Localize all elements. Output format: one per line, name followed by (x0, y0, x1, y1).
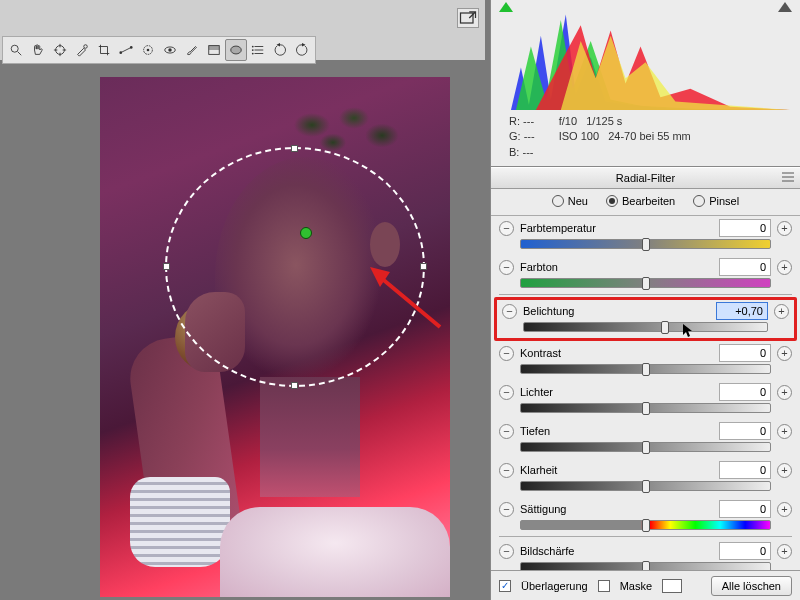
value-exposure[interactable] (716, 302, 768, 320)
svg-point-15 (168, 48, 172, 52)
overlay-checkbox[interactable]: ✓ (499, 580, 511, 592)
track-contrast[interactable] (520, 364, 771, 374)
thumb-highlights[interactable] (642, 402, 650, 415)
rotate-ccw-icon[interactable] (269, 39, 291, 61)
track-exposure[interactable] (523, 322, 768, 332)
mode-new[interactable]: Neu (552, 195, 588, 207)
minus-saturation[interactable]: − (499, 502, 514, 517)
meta-g-label: G: (509, 130, 521, 142)
minus-sharp[interactable]: − (499, 544, 514, 559)
panel-menu-icon[interactable] (782, 172, 794, 184)
thumb-exposure[interactable] (661, 321, 669, 334)
plus-contrast[interactable]: + (777, 346, 792, 361)
track-tint[interactable] (520, 278, 771, 288)
slider-tint: −Farbton+ (491, 255, 800, 288)
value-clarity[interactable] (719, 461, 771, 479)
mask-checkbox[interactable]: ✓ (598, 580, 610, 592)
plus-temp[interactable]: + (777, 221, 792, 236)
crop-tool-icon[interactable] (93, 39, 115, 61)
hand-tool-icon[interactable] (27, 39, 49, 61)
svg-line-2 (18, 52, 22, 56)
slider-exposure: −Belichtung+ (494, 297, 797, 341)
value-shadows[interactable] (719, 422, 771, 440)
zoom-tool-icon[interactable] (5, 39, 27, 61)
plus-highlights[interactable]: + (777, 385, 792, 400)
spot-tool-icon[interactable] (137, 39, 159, 61)
minus-exposure[interactable]: − (502, 304, 517, 319)
popout-button[interactable] (457, 8, 479, 28)
plus-saturation[interactable]: + (777, 502, 792, 517)
graduated-tool-icon[interactable] (203, 39, 225, 61)
value-highlights[interactable] (719, 383, 771, 401)
thumb-saturation[interactable] (642, 519, 650, 532)
slider-saturation: −Sättigung+ (491, 497, 800, 530)
mask-color-swatch[interactable] (662, 579, 682, 593)
slider-clarity: −Klarheit+ (491, 458, 800, 491)
track-highlights[interactable] (520, 403, 771, 413)
mode-row: Neu Bearbeiten Pinsel (491, 189, 800, 216)
radial-tool-icon[interactable] (225, 39, 247, 61)
svg-line-9 (121, 47, 132, 52)
rotate-cw-icon[interactable] (291, 39, 313, 61)
track-temp[interactable] (520, 239, 771, 249)
handle-left[interactable] (163, 263, 170, 270)
minus-contrast[interactable]: − (499, 346, 514, 361)
value-contrast[interactable] (719, 344, 771, 362)
track-saturation[interactable] (520, 520, 771, 530)
plus-sharp[interactable]: + (777, 544, 792, 559)
sampler-tool-icon[interactable] (71, 39, 93, 61)
svg-rect-17 (209, 46, 220, 50)
thumb-tint[interactable] (642, 277, 650, 290)
straighten-tool-icon[interactable] (115, 39, 137, 61)
plus-clarity[interactable]: + (777, 463, 792, 478)
thumb-shadows[interactable] (642, 441, 650, 454)
image-canvas[interactable] (100, 77, 450, 597)
mask-label: Maske (620, 580, 652, 592)
plus-tint[interactable]: + (777, 260, 792, 275)
tool-strip (2, 36, 316, 64)
clip-highlight-icon[interactable] (778, 2, 792, 12)
target-tool-icon[interactable] (49, 39, 71, 61)
histogram[interactable] (491, 0, 800, 110)
label-shadows: Tiefen (520, 425, 713, 437)
handle-bottom[interactable] (291, 382, 298, 389)
radial-pin[interactable] (300, 227, 312, 239)
svg-rect-0 (461, 13, 474, 23)
plus-exposure[interactable]: + (774, 304, 789, 319)
handle-top[interactable] (291, 145, 298, 152)
svg-point-18 (231, 46, 242, 54)
brush-tool-icon[interactable] (181, 39, 203, 61)
panel-footer: ✓ Überlagerung ✓ Maske Alle löschen (491, 570, 800, 600)
overlay-label: Überlagerung (521, 580, 588, 592)
redeye-tool-icon[interactable] (159, 39, 181, 61)
minus-tint[interactable]: − (499, 260, 514, 275)
clip-shadow-icon[interactable] (499, 2, 513, 12)
mode-brush[interactable]: Pinsel (693, 195, 739, 207)
value-temp[interactable] (719, 219, 771, 237)
value-saturation[interactable] (719, 500, 771, 518)
svg-point-11 (130, 46, 133, 49)
slider-contrast: −Kontrast+ (491, 341, 800, 374)
minus-temp[interactable]: − (499, 221, 514, 236)
slider-shadows: −Tiefen+ (491, 419, 800, 452)
track-clarity[interactable] (520, 481, 771, 491)
minus-clarity[interactable]: − (499, 463, 514, 478)
label-temp: Farbtemperatur (520, 222, 713, 234)
minus-highlights[interactable]: − (499, 385, 514, 400)
thumb-temp[interactable] (642, 238, 650, 251)
panel-title: Radial-Filter (491, 167, 800, 189)
value-sharp[interactable] (719, 542, 771, 560)
mode-edit[interactable]: Bearbeiten (606, 195, 675, 207)
meta-r-label: R: (509, 115, 520, 127)
value-tint[interactable] (719, 258, 771, 276)
track-shadows[interactable] (520, 442, 771, 452)
cursor-icon (683, 324, 695, 342)
plus-shadows[interactable]: + (777, 424, 792, 439)
svg-point-23 (252, 49, 254, 51)
list-tool-icon[interactable] (247, 39, 269, 61)
minus-shadows[interactable]: − (499, 424, 514, 439)
clear-all-button[interactable]: Alle löschen (711, 576, 792, 596)
thumb-clarity[interactable] (642, 480, 650, 493)
photo-dress (220, 507, 450, 597)
thumb-contrast[interactable] (642, 363, 650, 376)
